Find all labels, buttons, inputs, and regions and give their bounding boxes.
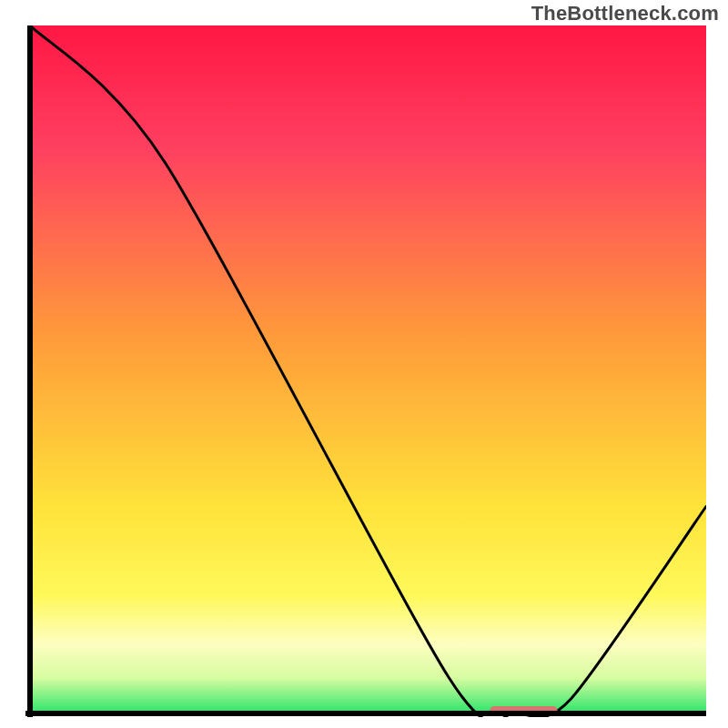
bottleneck-chart xyxy=(25,25,706,717)
watermark-text: TheBottleneck.com xyxy=(531,2,719,25)
plot-background xyxy=(30,25,706,713)
chart-container: TheBottleneck.com xyxy=(0,0,728,728)
